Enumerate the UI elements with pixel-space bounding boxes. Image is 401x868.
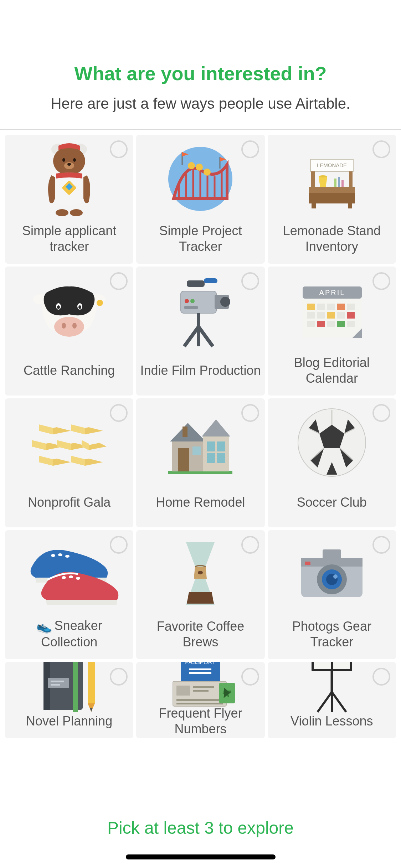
select-indicator <box>110 668 128 686</box>
svg-point-10 <box>70 209 83 216</box>
header: What are you interested in? Here are jus… <box>0 0 401 130</box>
svg-rect-78 <box>347 321 355 327</box>
svg-rect-151 <box>176 699 223 701</box>
card-label: Home Remodel <box>152 487 248 518</box>
svg-rect-66 <box>327 304 335 310</box>
select-indicator <box>372 536 390 554</box>
svg-point-123 <box>198 571 203 574</box>
svg-rect-74 <box>307 321 315 327</box>
card-label: 👟Sneaker Collection <box>5 618 133 650</box>
svg-rect-53 <box>204 278 217 283</box>
select-indicator <box>241 536 259 554</box>
svg-rect-71 <box>327 312 335 319</box>
svg-point-6 <box>67 163 71 166</box>
card-violin-lessons[interactable]: Violin Lessons <box>268 662 396 738</box>
svg-rect-37 <box>341 180 344 187</box>
svg-rect-156 <box>333 662 350 669</box>
card-photogs-gear-tracker[interactable]: Photogs Gear Tracker <box>268 530 396 659</box>
card-blog-editorial-calendar[interactable]: APRIL Blog Editorial Calendar <box>268 267 396 396</box>
svg-rect-68 <box>347 304 355 310</box>
card-favorite-coffee-brews[interactable]: Favorite Coffee Brews <box>136 530 264 659</box>
card-indie-film-production[interactable]: Indie Film Production <box>136 267 264 396</box>
svg-point-43 <box>78 305 81 309</box>
svg-rect-31 <box>309 193 355 203</box>
svg-line-58 <box>184 327 199 346</box>
svg-marker-90 <box>39 456 53 466</box>
card-simple-applicant-tracker[interactable]: Simple applicant tracker <box>5 135 133 264</box>
select-indicator <box>110 272 128 290</box>
card-cattle-ranching[interactable]: Cattle Ranching <box>5 267 133 396</box>
svg-rect-73 <box>347 312 355 319</box>
card-home-remodel[interactable]: Home Remodel <box>136 398 264 527</box>
card-label: Blog Editorial Calendar <box>268 355 396 386</box>
svg-rect-150 <box>193 690 209 692</box>
select-indicator <box>241 668 259 686</box>
template-grid: Simple applicant tracker <box>0 130 401 738</box>
footer-cta: Pick at least 3 to explore <box>107 818 294 838</box>
svg-rect-136 <box>51 681 64 682</box>
card-label: Nonprofit Gala <box>24 487 114 518</box>
svg-point-9 <box>56 209 68 216</box>
svg-point-20 <box>196 164 203 171</box>
svg-rect-131 <box>305 562 310 565</box>
svg-line-165 <box>332 692 346 712</box>
card-simple-project-tracker[interactable]: Simple Project Tracker <box>136 135 264 264</box>
svg-point-3 <box>62 158 65 162</box>
card-sneaker-collection[interactable]: 👟Sneaker Collection <box>5 530 133 659</box>
card-lemonade-stand-inventory[interactable]: LEMONADE Lemonade Stand Inventory <box>268 135 396 264</box>
card-label: Lemonade Stand Inventory <box>268 223 396 254</box>
svg-marker-84 <box>32 440 46 450</box>
svg-marker-88 <box>82 440 89 450</box>
svg-rect-33 <box>348 203 352 208</box>
home-indicator <box>126 854 276 859</box>
svg-point-117 <box>51 554 55 557</box>
select-indicator <box>241 272 259 290</box>
select-indicator <box>110 536 128 554</box>
svg-marker-92 <box>71 456 85 466</box>
svg-point-42 <box>57 305 60 309</box>
svg-point-47 <box>97 300 103 306</box>
svg-point-54 <box>185 299 189 303</box>
card-soccer-club[interactable]: Soccer Club <box>268 398 396 527</box>
svg-point-46 <box>72 323 77 329</box>
svg-point-4 <box>73 158 76 162</box>
svg-marker-86 <box>57 440 71 450</box>
svg-text:LEMONADE: LEMONADE <box>317 162 347 168</box>
card-novel-planning[interactable]: Novel Planning <box>5 662 133 738</box>
svg-rect-70 <box>317 312 325 319</box>
select-indicator <box>110 140 128 158</box>
svg-point-19 <box>188 162 195 169</box>
sneaker-emoji-icon: 👟 <box>36 619 52 634</box>
svg-point-44 <box>54 317 84 337</box>
card-label: Cattle Ranching <box>20 355 118 386</box>
svg-rect-36 <box>338 177 340 187</box>
card-frequent-flyer-numbers[interactable]: PASSPORT Frequent Flyer Numbers <box>136 662 264 738</box>
card-label: Soccer Club <box>293 487 370 518</box>
svg-rect-72 <box>337 312 345 319</box>
svg-rect-124 <box>323 549 341 559</box>
svg-point-130 <box>333 574 338 579</box>
select-indicator <box>372 404 390 422</box>
page-subtitle: Here are just a few ways people use Airt… <box>0 95 401 112</box>
svg-rect-35 <box>334 179 336 187</box>
svg-line-164 <box>318 692 332 712</box>
svg-point-121 <box>69 575 73 578</box>
svg-rect-96 <box>178 448 189 471</box>
svg-rect-145 <box>189 672 211 674</box>
svg-point-2 <box>53 147 85 175</box>
svg-marker-95 <box>170 423 206 441</box>
svg-point-51 <box>220 297 230 307</box>
svg-rect-28 <box>311 171 315 188</box>
svg-rect-103 <box>182 427 187 437</box>
svg-point-45 <box>62 323 66 329</box>
svg-rect-69 <box>307 312 315 319</box>
select-indicator <box>372 140 390 158</box>
svg-rect-135 <box>48 678 69 688</box>
svg-point-55 <box>190 299 195 303</box>
card-label: Simple applicant tracker <box>5 223 133 254</box>
svg-point-21 <box>204 169 211 176</box>
svg-rect-144 <box>189 668 211 670</box>
svg-text:APRIL: APRIL <box>319 289 345 296</box>
card-nonprofit-gala[interactable]: Nonprofit Gala <box>5 398 133 527</box>
card-label: Favorite Coffee Brews <box>136 619 264 650</box>
